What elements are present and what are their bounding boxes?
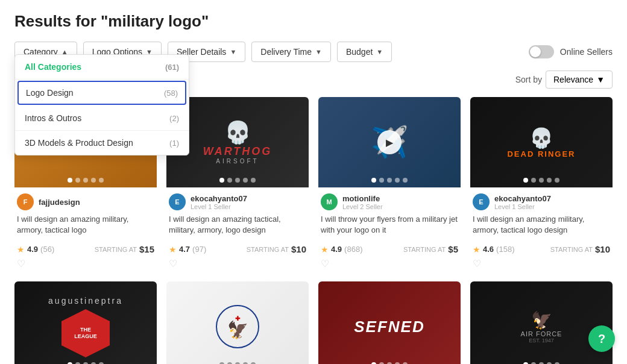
card-2-seller-info: E ekocahyanto07 Level 1 Seller <box>169 193 306 210</box>
sort-by-section: Sort by Relevance ▼ <box>515 71 613 89</box>
chevron-down-icon: ▼ <box>376 48 383 55</box>
card-2-avatar: E <box>169 193 186 210</box>
card-6[interactable]: ✚ 🦅 D designstudio Level 1 <box>166 281 309 364</box>
card-1-dots <box>68 178 104 183</box>
star-icon: ★ <box>169 245 177 254</box>
card-4-seller-info: E ekocahyanto07 Level 1 Seller <box>473 193 610 210</box>
card-1-seller-name: fajjudesign <box>39 198 80 207</box>
chevron-down-icon: ▼ <box>315 48 322 55</box>
dropdown-all-categories[interactable]: All Categories (61) <box>15 55 189 80</box>
card-1-favorite-button[interactable]: ♡ <box>17 259 25 269</box>
card-1-avatar: F <box>17 193 34 210</box>
eagle-svg: ✚ 🦅 <box>213 303 262 351</box>
card-1-description: I will design an amazing military, armor… <box>17 214 154 237</box>
card-3-dots <box>371 178 408 183</box>
category-dropdown: All Categories (61) Logo Design (58) Int… <box>14 54 189 155</box>
card-8-image: 🦅 AIR FORCE EST. 1947 <box>470 281 613 364</box>
dropdown-3d-models[interactable]: 3D Models & Product Design (1) <box>15 131 189 155</box>
card-4-image: 💀 DEAD RINGER <box>470 97 613 187</box>
card-3-rating: ★ 4.9 (868) <box>321 245 362 254</box>
online-sellers-wrap: Online Sellers <box>529 45 613 58</box>
card-1-body: F fajjudesign I will design an amazing m… <box>14 187 157 272</box>
card-5-image: augustineptra THELEAGUE <box>14 281 157 364</box>
card-4-footer: ★ 4.6 (158) STARTING AT $10 <box>473 242 610 254</box>
sort-relevance-button[interactable]: Relevance ▼ <box>546 71 613 89</box>
card-3-seller-level: Level 2 Seller <box>342 203 383 210</box>
card-4-dots <box>523 178 559 183</box>
card-3-body: M motionlife Level 2 Seller I will throw… <box>318 187 461 272</box>
page-title: Results for "military logo" <box>14 12 613 31</box>
card-7[interactable]: SEFNED L logoexpert Level 2 Seller <box>318 281 461 364</box>
card-3[interactable]: ✈️ ▶ M motionlife Level 2 Seller <box>318 97 461 272</box>
card-2-price: STARTING AT $10 <box>247 244 306 254</box>
card-4[interactable]: 💀 DEAD RINGER E ekocahyanto07 Level 1 S <box>470 97 613 272</box>
chevron-down-icon: ▼ <box>230 48 236 55</box>
star-icon: ★ <box>473 245 480 254</box>
online-sellers-label: Online Sellers <box>560 47 613 57</box>
star-icon: ★ <box>321 245 329 254</box>
play-button[interactable]: ▶ <box>377 130 402 154</box>
card-3-price: STARTING AT $5 <box>403 244 458 254</box>
card-4-seller-name: ekocahyanto07 <box>494 194 551 203</box>
card-1-rating: ★ 4.9 (56) <box>17 245 54 254</box>
page-container: Results for "military logo" Category ▲ L… <box>0 0 627 364</box>
online-sellers-toggle[interactable] <box>529 45 554 58</box>
dropdown-logo-design[interactable]: Logo Design (58) <box>17 81 186 105</box>
card-7-image: SEFNED <box>318 281 461 364</box>
card-4-favorite-button[interactable]: ♡ <box>473 259 481 269</box>
card-4-seller-level: Level 1 Seller <box>494 203 551 210</box>
card-2-seller-name: ekocahyanto07 <box>191 194 247 203</box>
card-1-price: STARTING AT $15 <box>95 244 154 254</box>
sort-by-label: Sort by <box>515 75 542 84</box>
card-3-seller-info: M motionlife Level 2 Seller <box>321 193 458 210</box>
card-2-dots <box>219 178 256 183</box>
dropdown-intros-outros[interactable]: Intros & Outros (2) <box>15 106 189 131</box>
card-2-seller-level: Level 1 Seller <box>191 203 247 210</box>
filter-budget[interactable]: Budget ▼ <box>337 42 392 62</box>
card-6-image: ✚ 🦅 <box>166 281 309 364</box>
card-5[interactable]: augustineptra THELEAGUE A au <box>14 281 157 364</box>
star-icon: ★ <box>17 245 25 254</box>
chevron-down-icon: ▼ <box>596 75 605 84</box>
svg-text:🦅: 🦅 <box>227 320 248 340</box>
card-3-image: ✈️ ▶ <box>318 97 461 187</box>
card-2-footer: ★ 4.7 (97) STARTING AT $10 <box>169 242 306 254</box>
card-4-body: E ekocahyanto07 Level 1 Seller I will de… <box>470 187 613 272</box>
card-3-description: I will throw your flyers from a military… <box>321 214 458 237</box>
card-3-favorite-button[interactable]: ♡ <box>321 259 329 269</box>
card-3-avatar: M <box>321 193 338 210</box>
card-4-price: STARTING AT $10 <box>550 244 610 254</box>
card-4-avatar: E <box>473 193 490 210</box>
card-1-seller-info: F fajjudesign <box>17 193 154 210</box>
card-2-body: E ekocahyanto07 Level 1 Seller I will de… <box>166 187 309 272</box>
card-2-description: I will design an amazing tactical, milit… <box>169 214 306 237</box>
help-button[interactable]: ? <box>588 325 615 352</box>
card-2-favorite-button[interactable]: ♡ <box>169 259 177 269</box>
card-3-footer: ★ 4.9 (868) STARTING AT $5 <box>321 242 458 254</box>
card-8[interactable]: 🦅 AIR FORCE EST. 1947 M militarydesigns <box>470 281 613 364</box>
toggle-knob <box>530 46 541 57</box>
card-1-footer: ★ 4.9 (56) STARTING AT $15 <box>17 242 154 254</box>
card-4-rating: ★ 4.6 (158) <box>473 245 514 254</box>
card-4-description: I will design an amazing military, armor… <box>473 214 610 237</box>
card-3-seller-name: motionlife <box>342 194 383 203</box>
filter-delivery-time[interactable]: Delivery Time ▼ <box>251 42 331 62</box>
card-2-rating: ★ 4.7 (97) <box>169 245 206 254</box>
